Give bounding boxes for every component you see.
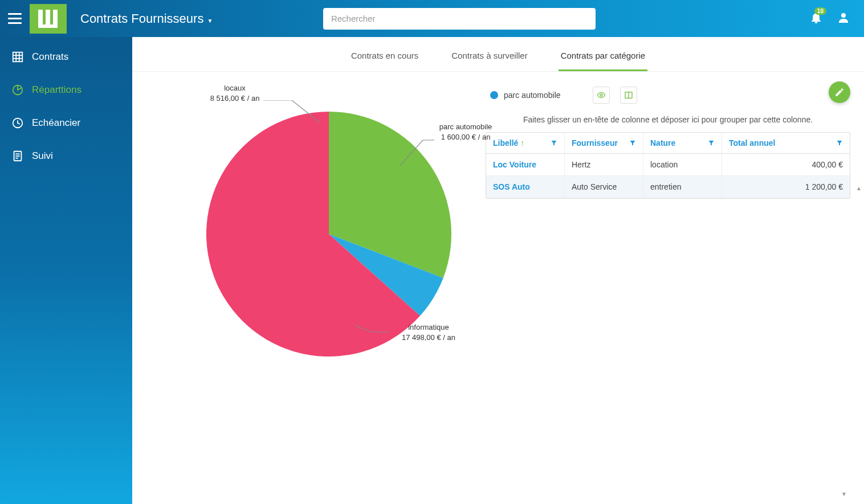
legend-selected-label: parc automobile bbox=[504, 91, 561, 100]
table-row[interactable]: SOS AutoAuto Serviceentretien1 200,00 € bbox=[486, 176, 850, 198]
menu-hamburger-icon[interactable] bbox=[7, 11, 23, 27]
sidebar-item-label: Réparttions bbox=[32, 84, 81, 96]
filter-icon[interactable] bbox=[708, 140, 715, 146]
filter-icon[interactable] bbox=[836, 140, 843, 146]
leader-line bbox=[354, 325, 394, 337]
sidebar-item-label: Echéancier bbox=[32, 117, 80, 129]
pie-chart: locaux 8 516,00 € / an parc automobile 1… bbox=[155, 83, 474, 493]
columns-icon bbox=[624, 91, 633, 100]
sidebar: Contrats Réparttions Echéancier Suivi bbox=[0, 37, 132, 504]
svg-point-0 bbox=[841, 13, 846, 18]
cell-fournisseur: Hertz bbox=[565, 154, 643, 175]
cell-libelle[interactable]: SOS Auto bbox=[486, 176, 565, 198]
pencil-icon bbox=[834, 87, 845, 97]
column-header-total[interactable]: Total annuel bbox=[722, 133, 850, 153]
tab-contrats-surveiller[interactable]: Contrats à surveiller bbox=[449, 45, 529, 71]
tab-contrats-en-cours[interactable]: Contrats en cours bbox=[349, 45, 421, 71]
column-header-nature[interactable]: Nature bbox=[643, 133, 722, 153]
page-title-dropdown[interactable]: Contrats Fournisseurs ▼ bbox=[80, 11, 213, 26]
document-icon bbox=[11, 150, 24, 162]
user-avatar[interactable] bbox=[837, 11, 850, 27]
legend-dot bbox=[490, 91, 498, 99]
table-row[interactable]: Loc VoitureHertzlocation400,00 € bbox=[486, 154, 850, 176]
cell-libelle[interactable]: Loc Voiture bbox=[486, 154, 565, 175]
table-panel: parc automobile Faites glisser un en-têt… bbox=[486, 83, 850, 493]
eye-icon bbox=[597, 91, 606, 100]
filter-icon[interactable] bbox=[629, 140, 636, 146]
tabbar: Contrats en cours Contrats à surveiller … bbox=[132, 37, 864, 72]
edit-fab-button[interactable] bbox=[829, 81, 850, 103]
data-grid: Libellé↑ Fournisseur Nature bbox=[486, 132, 850, 199]
column-header-fournisseur[interactable]: Fournisseur bbox=[565, 133, 643, 153]
leader-line bbox=[400, 137, 440, 166]
sidebar-item-echeancier[interactable]: Echéancier bbox=[0, 106, 132, 140]
cell-nature: entretien bbox=[643, 176, 722, 198]
notification-badge: 10 bbox=[814, 7, 826, 15]
leader-line bbox=[263, 100, 332, 129]
scroll-up-indicator: ▲ bbox=[856, 185, 862, 191]
tab-contrats-categorie[interactable]: Contrats par catégorie bbox=[559, 45, 647, 71]
sort-asc-icon: ↑ bbox=[520, 138, 524, 147]
clock-icon bbox=[11, 117, 24, 129]
view-toggle-button-2[interactable] bbox=[620, 87, 637, 104]
page-title: Contrats Fournisseurs bbox=[80, 11, 203, 26]
app-header: Contrats Fournisseurs ▼ 10 bbox=[0, 0, 864, 37]
app-logo[interactable] bbox=[30, 4, 67, 34]
scroll-down-indicator: ▼ bbox=[841, 491, 847, 497]
sidebar-item-contrats[interactable]: Contrats bbox=[0, 40, 132, 73]
cell-total: 1 200,00 € bbox=[722, 176, 850, 198]
view-toggle-button-1[interactable] bbox=[593, 87, 610, 104]
cell-total: 400,00 € bbox=[722, 154, 850, 175]
cell-nature: location bbox=[643, 154, 722, 175]
main-content: Contrats en cours Contrats à surveiller … bbox=[132, 37, 864, 504]
cell-fournisseur: Auto Service bbox=[565, 176, 643, 198]
sidebar-item-label: Suivi bbox=[32, 150, 53, 162]
sidebar-item-repartitions[interactable]: Réparttions bbox=[0, 73, 132, 106]
sidebar-item-label: Contrats bbox=[32, 51, 68, 63]
pie-label-informatique: informatique 17 498,00 € / an bbox=[383, 322, 474, 342]
pie-chart-icon bbox=[11, 84, 24, 96]
svg-rect-1 bbox=[13, 52, 23, 62]
filter-icon[interactable] bbox=[551, 140, 557, 146]
group-hint: Faites glisser un en-tête de colonne et … bbox=[486, 110, 850, 132]
grid-icon bbox=[11, 51, 24, 63]
pie-label-locaux: locaux 8 516,00 € / an bbox=[201, 83, 269, 103]
sidebar-item-suivi[interactable]: Suivi bbox=[0, 140, 132, 173]
notifications-button[interactable]: 10 bbox=[809, 11, 823, 27]
svg-point-12 bbox=[600, 94, 602, 96]
search-input[interactable] bbox=[323, 8, 596, 30]
chevron-down-icon: ▼ bbox=[207, 18, 213, 24]
user-icon bbox=[837, 11, 850, 24]
